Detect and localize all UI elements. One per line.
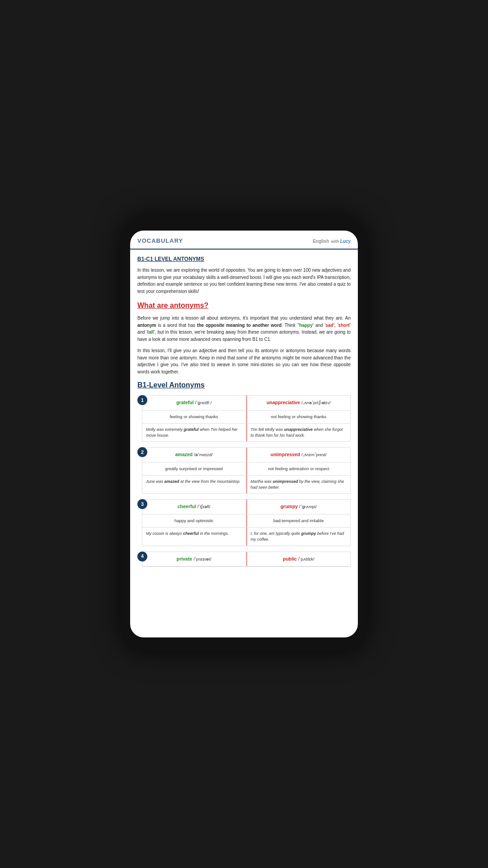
def-row-3: happy and optimistic bad-tempered and ir… [142, 514, 350, 528]
phone-screen[interactable]: VOCABULARY English with Lucy B1-C1 LEVEL… [130, 231, 358, 637]
antonym-entry-1: 1 grateful /ˈɡreɪtfl / unappreciative /ˌ… [137, 395, 351, 442]
def-row-2: greatly surprised or impressed not feeli… [142, 462, 350, 476]
antonym-entry-4: 4 private /ˈpraɪvət/ public /ˈpʌblɪk/ [137, 552, 351, 567]
logo: English with Lucy [313, 237, 351, 244]
left-example-1: Molly was extremely grateful when Tim he… [142, 424, 246, 441]
what-antonyms-title: What are antonyms? [137, 300, 351, 311]
body-text-2: In this lesson, I'll give you an adjecti… [137, 347, 351, 375]
header: VOCABULARY English with Lucy [130, 231, 358, 250]
right-example-3: I, for one, am typically quite grumpy be… [246, 528, 351, 545]
right-def-1: not feeling or showing thanks [246, 410, 351, 423]
header-row-1: grateful /ˈɡreɪtfl / unappreciative /ˌʌn… [142, 396, 350, 410]
left-example-3: My cousin is always cheerful in the morn… [142, 528, 246, 545]
right-example-2: Martha was unimpressed by the view, clai… [246, 476, 351, 493]
vocab-label: VOCABULARY [137, 237, 183, 244]
def-row-1: feeling or showing thanks not feeling or… [142, 410, 350, 424]
right-def-2: not feeling admiration or respect [246, 462, 351, 475]
left-def-1: feeling or showing thanks [142, 410, 246, 423]
right-word-2: unimpressed /ˌʌnɪmˈprest/ [246, 448, 351, 462]
phone-frame: VOCABULARY English with Lucy B1-C1 LEVEL… [122, 217, 366, 651]
right-word-4: public /ˈpʌblɪk/ [246, 552, 351, 566]
right-def-3: bad-tempered and irritable [246, 514, 351, 527]
body-text-1: Before we jump into a lesson all about a… [137, 315, 351, 343]
antonym-entry-3: 3 cheerful /ˈtʃɪəfl/ grumpy /ˈɡrʌmpi/ ha… [137, 499, 351, 546]
table-3: cheerful /ˈtʃɪəfl/ grumpy /ˈɡrʌmpi/ happ… [142, 499, 351, 546]
page-title: B1-C1 LEVEL ANTONYMS [137, 255, 351, 263]
table-2: amazed /əˈmeɪzd/ unimpressed /ˌʌnɪmˈpres… [142, 447, 351, 494]
example-row-1: Molly was extremely grateful when Tim he… [142, 424, 350, 441]
logo-text: English [313, 239, 329, 244]
table-4: private /ˈpraɪvət/ public /ˈpʌblɪk/ [142, 552, 351, 567]
example-row-2: June was amazed at the view from the mou… [142, 476, 350, 493]
example-row-3: My cousin is always cheerful in the morn… [142, 528, 350, 545]
content-area: B1-C1 LEVEL ANTONYMS In this lesson, we … [130, 250, 358, 578]
badge-1: 1 [137, 395, 147, 405]
left-word-3: cheerful /ˈtʃɪəfl/ [142, 500, 246, 514]
left-word-2: amazed /əˈmeɪzd/ [142, 448, 246, 462]
header-row-3: cheerful /ˈtʃɪəfl/ grumpy /ˈɡrʌmpi/ [142, 500, 350, 514]
header-row-2: amazed /əˈmeɪzd/ unimpressed /ˌʌnɪmˈpres… [142, 448, 350, 462]
left-example-2: June was amazed at the view from the mou… [142, 476, 246, 493]
left-word-4: private /ˈpraɪvət/ [142, 552, 246, 566]
badge-4: 4 [137, 552, 147, 561]
b1-level-title: B1-Level Antonyms [137, 380, 351, 391]
table-1: grateful /ˈɡreɪtfl / unappreciative /ˌʌn… [142, 395, 351, 442]
antonym-entry-2: 2 amazed /əˈmeɪzd/ unimpressed /ˌʌnɪmˈpr… [137, 447, 351, 494]
right-example-1: Tim felt Molly was unappreciative when s… [246, 424, 351, 441]
right-word-1: unappreciative /ˌʌnəˈpriːʃiətɪv/ [246, 396, 351, 410]
left-word-1: grateful /ˈɡreɪtfl / [142, 396, 246, 410]
left-def-2: greatly surprised or impressed [142, 462, 246, 475]
intro-text: In this lesson, we are exploring the wor… [137, 267, 351, 295]
left-def-3: happy and optimistic [142, 514, 246, 527]
right-word-3: grumpy /ˈɡrʌmpi/ [246, 500, 351, 514]
header-row-4: private /ˈpraɪvət/ public /ˈpʌblɪk/ [142, 552, 350, 567]
